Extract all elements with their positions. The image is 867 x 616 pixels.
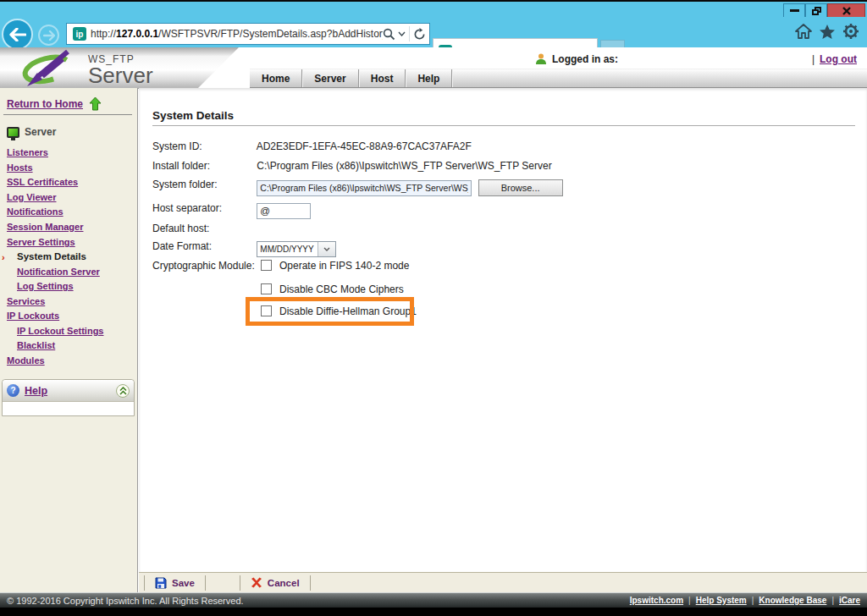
nav-host[interactable]: Host: [359, 69, 406, 87]
field-label-system-folder: System folder:: [152, 179, 254, 190]
field-label-default-host: Default host:: [152, 223, 254, 234]
annotation-highlight-box: [246, 297, 414, 326]
top-nav: Home Server Host Help: [250, 69, 867, 88]
title-rule: [152, 125, 855, 126]
nav-server[interactable]: Server: [302, 69, 358, 87]
sidebar-item-notifications[interactable]: Notifications: [7, 206, 64, 217]
back-button[interactable]: [2, 19, 33, 50]
footer-link-icare[interactable]: iCare: [839, 596, 860, 605]
window-titlebar: [0, 0, 867, 17]
fips-checkbox-label: Operate in FIPS 140-2 mode: [279, 260, 409, 272]
logged-in-label: Logged in as:: [552, 53, 618, 65]
logo-text-server: Server: [88, 64, 153, 86]
nav-home[interactable]: Home: [250, 69, 302, 87]
cancel-icon: [251, 577, 262, 588]
refresh-icon[interactable]: [413, 28, 426, 41]
sidebar: Return to Home Server Listeners Hosts SS…: [0, 88, 138, 592]
field-label-date-format: Date Format:: [152, 240, 254, 252]
restore-icon: [812, 7, 821, 15]
footer-link-help-system[interactable]: Help System: [696, 596, 747, 605]
nav-help[interactable]: Help: [406, 69, 452, 87]
app-page: WS_FTP Server Logged in as: | Log out Ho…: [0, 47, 867, 608]
close-icon: [842, 6, 852, 16]
date-format-select[interactable]: MM/DD/YYYY: [257, 241, 335, 257]
current-item-marker: ›: [2, 252, 5, 262]
url-text: http://127.0.0.1/WSFTPSVR/FTP/SystemDeta…: [91, 28, 383, 40]
back-arrow-icon: [9, 28, 26, 41]
sidebar-item-listeners[interactable]: Listeners: [7, 147, 48, 157]
user-icon: [535, 53, 547, 65]
fips-checkbox[interactable]: [261, 260, 272, 271]
sidebar-item-notification-server[interactable]: Notification Server: [17, 267, 100, 277]
sidebar-item-ssl-certificates[interactable]: SSL Certificates: [7, 177, 78, 187]
site-favicon: ip: [73, 27, 86, 41]
cbc-checkbox-label: Disable CBC Mode Ciphers: [279, 283, 404, 295]
browser-chrome: ip http://127.0.0.1/WSFTPSVR/FTP/SystemD…: [0, 17, 867, 47]
sidebar-item-ip-lockouts[interactable]: IP Lockouts: [7, 311, 59, 321]
help-icon: ?: [7, 384, 19, 397]
forward-button[interactable]: [38, 25, 59, 46]
home-button[interactable]: [794, 22, 813, 41]
bottom-edge: [0, 608, 867, 616]
search-icon[interactable]: [383, 28, 395, 41]
sidebar-item-modules[interactable]: Modules: [7, 355, 45, 366]
forward-arrow-icon: [43, 30, 55, 41]
restore-button[interactable]: [805, 3, 827, 18]
sidebar-divider: [3, 114, 132, 115]
server-icon: [7, 127, 19, 138]
logout-link[interactable]: Log out: [820, 53, 857, 65]
close-button[interactable]: [827, 3, 865, 18]
browse-button[interactable]: Browse...: [478, 179, 563, 196]
gear-icon: [842, 23, 859, 40]
login-status: Logged in as: | Log out: [535, 52, 857, 66]
collapse-button[interactable]: [116, 384, 130, 398]
sidebar-item-log-settings[interactable]: Log Settings: [17, 281, 74, 291]
logout-separator: |: [812, 53, 815, 65]
cbc-checkbox[interactable]: [261, 283, 272, 294]
address-divider: [409, 26, 410, 41]
collapse-chevrons-icon: [119, 387, 127, 395]
field-label-install-folder: Install folder:: [152, 160, 254, 172]
sidebar-section-title: Server: [25, 126, 56, 138]
address-bar[interactable]: ip http://127.0.0.1/WSFTPSVR/FTP/SystemD…: [66, 23, 430, 45]
up-arrow-icon: [89, 97, 102, 111]
cancel-button[interactable]: Cancel: [240, 573, 310, 592]
footer-link-knowledge-base[interactable]: Knowledge Base: [759, 596, 826, 605]
save-icon: [155, 577, 167, 589]
system-id-value: AD2E3EDF-1EFA-45EC-88A9-67CAC37AFA2F: [257, 140, 472, 152]
field-label-host-separator: Host separator:: [152, 202, 254, 214]
sidebar-item-services[interactable]: Services: [7, 296, 45, 306]
action-toolbar: Save Cancel: [139, 572, 867, 592]
wsftp-logo: WS_FTP Server: [19, 49, 153, 88]
settings-button[interactable]: [842, 22, 860, 41]
date-format-value: MM/DD/YYYY: [257, 242, 317, 256]
chevron-down-icon[interactable]: [318, 242, 335, 256]
sidebar-item-ip-lockout-settings[interactable]: IP Lockout Settings: [17, 326, 103, 336]
footer: © 1992-2016 Copyright Ipswitch Inc. All …: [0, 592, 867, 608]
sidebar-item-session-manager[interactable]: Session Manager: [7, 222, 83, 232]
ie-window: ip http://127.0.0.1/WSFTPSVR/FTP/SystemD…: [0, 0, 867, 616]
help-panel: ? Help: [2, 379, 135, 416]
favorites-button[interactable]: [818, 22, 837, 41]
return-to-home-link[interactable]: Return to Home: [7, 98, 83, 110]
install-folder-value: C:\Program Files (x86)\Ipswitch\WS_FTP S…: [257, 160, 551, 172]
page-title: System Details: [152, 109, 234, 122]
host-separator-input[interactable]: [257, 203, 311, 219]
main-content: System Details System ID: AD2E3EDF-1EFA-…: [139, 88, 867, 572]
sidebar-item-system-details[interactable]: System Details: [17, 251, 86, 261]
sidebar-item-blacklist[interactable]: Blacklist: [17, 340, 55, 350]
sidebar-item-server-settings[interactable]: Server Settings: [7, 237, 75, 247]
minimize-button[interactable]: [783, 3, 805, 18]
field-label-system-id: System ID:: [152, 140, 254, 152]
search-dropdown-icon[interactable]: [398, 31, 406, 36]
footer-link-ipswitch[interactable]: Ipswitch.com: [630, 596, 683, 605]
home-icon: [795, 24, 812, 39]
system-folder-input[interactable]: [257, 180, 472, 196]
star-icon: [819, 24, 836, 40]
sidebar-item-hosts[interactable]: Hosts: [7, 162, 33, 173]
help-link[interactable]: Help: [25, 385, 47, 397]
field-label-cryptographic-module: Cryptographic Module:: [152, 260, 254, 272]
toolbar-divider: [310, 575, 311, 591]
sidebar-item-log-viewer[interactable]: Log Viewer: [7, 192, 56, 202]
save-button[interactable]: Save: [145, 573, 205, 592]
